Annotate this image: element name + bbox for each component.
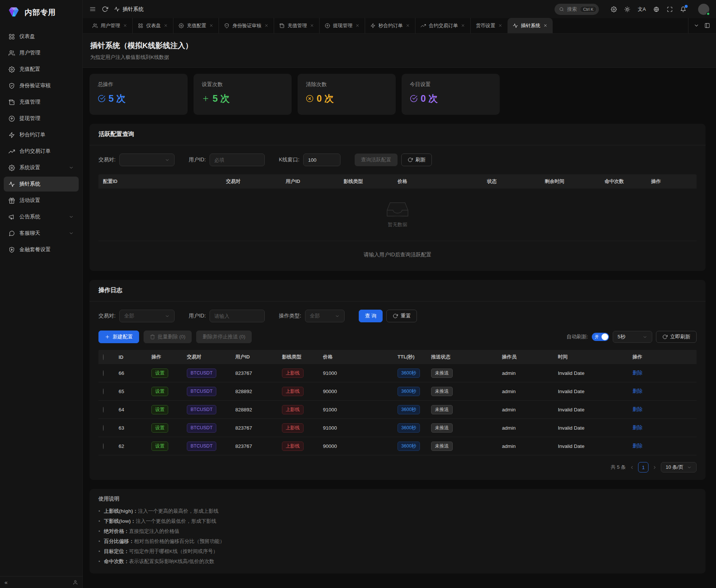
delete-and-stop-button[interactable]: 删除并停止推送 (0) <box>196 331 252 343</box>
row-checkbox[interactable] <box>103 389 104 394</box>
tab-dashboard[interactable]: 仪表盘 <box>132 18 173 33</box>
close-icon[interactable] <box>310 23 314 28</box>
sidebar-item-recharge-config[interactable]: 充值配置 <box>4 62 79 77</box>
row-checkbox[interactable] <box>103 370 104 376</box>
delete-button[interactable]: 删除 <box>632 443 643 449</box>
globe-clock-icon[interactable] <box>653 6 659 12</box>
set-action-button[interactable]: 设置 <box>151 405 168 414</box>
tab-pin-system[interactable]: 插针系统 <box>508 18 553 33</box>
sidebar-item-dashboard[interactable]: 仪表盘 <box>4 29 79 44</box>
sidebar-item-kyc-review[interactable]: 身份验证审核 <box>4 78 79 93</box>
log-user-id-input[interactable] <box>210 310 265 322</box>
usage-term: 上影线(high)： <box>104 508 138 514</box>
bell-icon[interactable] <box>680 6 686 12</box>
refresh-button[interactable]: 刷新 <box>401 154 432 166</box>
tab-kyc-review[interactable]: 身份验证审核 <box>219 18 274 33</box>
page-size-select[interactable]: 10 条/页 <box>661 462 697 472</box>
operation-log-title: 操作日志 <box>90 280 706 301</box>
cell-id: 63 <box>114 425 147 431</box>
set-action-button[interactable]: 设置 <box>151 369 168 378</box>
log-query-button[interactable]: 查 询 <box>359 310 383 322</box>
tab-list-chevron-down-icon[interactable] <box>694 23 699 28</box>
close-icon[interactable] <box>543 23 547 28</box>
breadcrumb: 插针系统 <box>114 6 144 13</box>
close-icon[interactable] <box>123 23 127 28</box>
stat-label: 清除次数 <box>306 81 387 88</box>
batch-delete-button[interactable]: 批量删除 (0) <box>144 331 192 343</box>
user-id-input[interactable] <box>210 154 265 166</box>
menu-icon[interactable] <box>90 6 96 12</box>
close-icon[interactable] <box>355 23 359 28</box>
delete-button[interactable]: 删除 <box>632 406 643 413</box>
log-pair-select[interactable]: 全部 <box>119 310 175 322</box>
tab-user-management[interactable]: 用户管理 <box>87 18 132 33</box>
tab-contract-trade-orders[interactable]: 合约交易订单 <box>415 18 470 33</box>
refresh-interval-select[interactable]: 5秒 <box>613 331 652 343</box>
sidebar-item-customer-service-chat[interactable]: 客服聊天 <box>4 226 79 241</box>
gear-icon[interactable] <box>611 6 617 12</box>
row-checkbox[interactable] <box>103 425 104 431</box>
close-icon[interactable] <box>461 23 465 28</box>
theme-sun-icon[interactable] <box>624 6 630 12</box>
delete-button[interactable]: 删除 <box>632 370 643 376</box>
delete-button[interactable]: 删除 <box>632 388 643 395</box>
pair-select[interactable] <box>119 154 175 166</box>
sidebar-item-pin-system[interactable]: 插针系统 <box>4 177 79 192</box>
close-icon[interactable] <box>498 23 502 28</box>
select-all-checkbox[interactable] <box>103 354 104 360</box>
close-icon[interactable] <box>164 23 168 28</box>
page-number-button[interactable]: 1 <box>638 462 649 472</box>
search-icon <box>559 7 564 12</box>
ttl-tag: 3600秒 <box>398 369 420 378</box>
tab-withdraw-management[interactable]: 提现管理 <box>319 18 365 33</box>
sidebar-item-announcement-system[interactable]: 公告系统 <box>4 209 79 224</box>
avatar[interactable] <box>698 4 709 15</box>
refresh-now-button[interactable]: 立即刷新 <box>656 331 697 343</box>
tab-second-contract-orders[interactable]: 秒合约订单 <box>365 18 415 33</box>
notification-dot <box>685 5 688 8</box>
sidebar-item-withdraw-management[interactable]: 提现管理 <box>4 111 79 126</box>
tab-label: 仪表盘 <box>146 22 161 29</box>
set-action-button[interactable]: 设置 <box>151 387 168 396</box>
sidebar-item-finance-package-settings[interactable]: 金融套餐设置 <box>4 242 79 257</box>
shadow-type-tag: 上影线 <box>282 369 304 378</box>
set-action-button[interactable]: 设置 <box>151 423 168 433</box>
tabbar-controls <box>688 18 712 33</box>
fullscreen-icon[interactable] <box>667 6 673 12</box>
kline-window-input[interactable] <box>303 154 340 166</box>
query-active-config-button[interactable]: 查询活跃配置 <box>355 154 398 166</box>
close-icon[interactable] <box>209 23 213 28</box>
sidebar-assistant-icon[interactable] <box>73 580 78 585</box>
cell-price: 91000 <box>318 370 393 376</box>
op-type-select[interactable]: 全部 <box>305 310 345 322</box>
sidebar-item-second-contract-orders[interactable]: 秒合约订单 <box>4 127 79 142</box>
row-checkbox[interactable] <box>103 407 104 412</box>
sidebar-item-contract-trade-orders[interactable]: 合约交易订单 <box>4 144 79 159</box>
next-page-button[interactable] <box>652 465 657 470</box>
sidebar-item-system-settings[interactable]: 系统设置 <box>4 160 79 175</box>
log-reset-button[interactable]: 重置 <box>386 310 417 322</box>
row-checkbox[interactable] <box>103 443 104 449</box>
close-icon[interactable] <box>406 23 410 28</box>
delete-button[interactable]: 删除 <box>632 424 643 431</box>
cell-id: 64 <box>114 407 147 412</box>
sidebar-collapse-button[interactable]: « <box>4 579 7 585</box>
tab-currency-settings[interactable]: 货币设置 <box>470 18 508 33</box>
refresh-icon[interactable] <box>102 6 108 12</box>
close-icon[interactable] <box>264 23 268 28</box>
set-action-button[interactable]: 设置 <box>151 442 168 451</box>
sidebar-item-activity-settings[interactable]: 活动设置 <box>4 193 79 208</box>
tab-label: 用户管理 <box>101 22 120 29</box>
search-input[interactable]: 搜索 Ctrl K <box>555 4 599 15</box>
auto-refresh-toggle[interactable]: 开 <box>592 333 609 341</box>
translate-icon[interactable]: 文A <box>638 6 646 13</box>
sidebar-item-recharge-management[interactable]: 充值管理 <box>4 95 79 110</box>
tab-recharge-config[interactable]: 充值配置 <box>173 18 219 33</box>
prev-page-button[interactable] <box>629 465 634 470</box>
tab-layout-icon[interactable] <box>704 23 710 28</box>
shadow-type-tag: 上影线 <box>282 423 304 433</box>
new-config-button[interactable]: 新建配置 <box>98 331 139 343</box>
bullet-dot: • <box>98 508 100 515</box>
tab-recharge-management[interactable]: 充值管理 <box>274 18 319 33</box>
sidebar-item-user-management[interactable]: 用户管理 <box>4 45 79 60</box>
